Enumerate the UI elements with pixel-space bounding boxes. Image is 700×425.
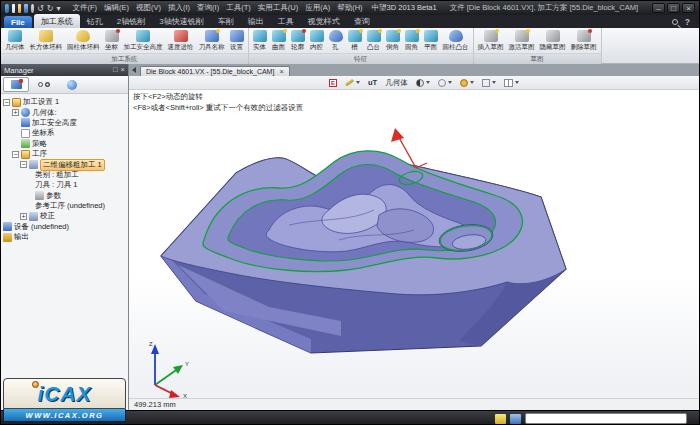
- tab-drilling[interactable]: 钻孔: [80, 14, 110, 28]
- maximize-button[interactable]: □: [667, 3, 680, 13]
- tree-item-params[interactable]: 参数: [1, 191, 128, 201]
- user-icon[interactable]: [31, 4, 34, 13]
- cavity-button[interactable]: 内腔: [308, 29, 326, 53]
- open-file-icon[interactable]: [18, 4, 21, 13]
- geometry-button[interactable]: 几何体: [3, 29, 27, 53]
- feed-speed-button[interactable]: 速度进给: [166, 29, 196, 53]
- cylinder-boss-button[interactable]: 圆柱凸台: [441, 29, 471, 53]
- tab-turning[interactable]: 车削: [211, 14, 241, 28]
- panel-close-icon[interactable]: ×: [121, 66, 125, 74]
- stock-box-button[interactable]: 长方体坯料: [28, 29, 65, 53]
- close-button[interactable]: ×: [682, 3, 695, 13]
- chevron-down-icon: [515, 81, 519, 84]
- tree-item-ref-op[interactable]: 参考工序 (undefined): [1, 201, 128, 211]
- tree-item-machine[interactable]: 设备 (undefined): [1, 222, 128, 232]
- window-layout-dropdown[interactable]: [504, 79, 519, 87]
- menu-inquire[interactable]: 查询(I): [194, 2, 222, 14]
- menu-view[interactable]: 视图(V): [133, 2, 164, 14]
- prompt-line-2: <F8>或者<Shift+roll> 重试下一个有效的过滤器设置: [133, 103, 303, 114]
- minimize-button[interactable]: –: [652, 3, 665, 13]
- tree-item-setup[interactable]: 加工设置 1: [1, 97, 128, 107]
- tree-item-tool[interactable]: 刀具 : 刀具 1: [1, 180, 128, 190]
- boss-button[interactable]: 凸台: [365, 29, 383, 53]
- cam-tree-icon: [11, 80, 22, 89]
- surface-button[interactable]: 曲面: [270, 29, 288, 53]
- collapse-icon[interactable]: [3, 99, 10, 106]
- expand-icon[interactable]: [12, 109, 19, 116]
- activate-sketch-icon: [515, 30, 529, 42]
- help-icon[interactable]: ?: [685, 18, 690, 26]
- tree-item-geometry[interactable]: 几何体:: [1, 107, 128, 117]
- insert-sketch-button[interactable]: 插入草图: [476, 29, 506, 53]
- sketch-edit-dropdown[interactable]: [345, 81, 360, 84]
- graphics-area[interactable]: 按下<F2>动态的旋转 <F8>或者<Shift+roll> 重试下一个有效的过…: [129, 90, 699, 398]
- fillet-button[interactable]: 圆角: [403, 29, 421, 53]
- frame-button[interactable]: 坐标: [103, 29, 121, 53]
- menu-edit[interactable]: 编辑(E): [101, 2, 132, 14]
- manager-tab-visualize[interactable]: [31, 77, 57, 92]
- solid-button[interactable]: 实体: [251, 29, 269, 53]
- command-input[interactable]: [525, 413, 687, 424]
- safe-height-button[interactable]: 加工安全高度: [122, 29, 165, 53]
- collapse-icon[interactable]: [20, 161, 27, 168]
- tab-3axis-quick-milling[interactable]: 3轴快速铣削: [152, 14, 210, 28]
- menu-utilities[interactable]: 实用工具(U): [255, 2, 301, 14]
- machine-icon: [3, 222, 12, 231]
- menu-help[interactable]: 帮助(H): [334, 2, 365, 14]
- chamfer-button[interactable]: 倒角: [384, 29, 402, 53]
- tab-file[interactable]: File: [4, 16, 32, 28]
- slot-button[interactable]: 槽: [346, 29, 364, 53]
- new-file-icon[interactable]: [12, 4, 15, 13]
- delete-sketch-button[interactable]: 删除草图: [569, 29, 599, 53]
- tab-2axis-milling[interactable]: 2轴铣削: [110, 14, 152, 28]
- tab-visual-style[interactable]: 视觉样式: [301, 14, 347, 28]
- geometry-filter-dropdown[interactable]: 几何体: [385, 78, 408, 88]
- manager-tab-cam[interactable]: [3, 77, 29, 92]
- collapse-icon[interactable]: [12, 151, 19, 158]
- redo-icon[interactable]: ↻: [47, 4, 54, 13]
- plane-display-dropdown[interactable]: [482, 79, 496, 87]
- tab-close-icon[interactable]: ×: [279, 68, 283, 75]
- circle-select-dropdown[interactable]: [438, 79, 452, 87]
- tab-machining-system[interactable]: 加工系统: [34, 14, 80, 28]
- tab-inquire[interactable]: 查询: [347, 14, 377, 28]
- tree-item-output[interactable]: 输出: [1, 232, 128, 242]
- stock-cylinder-button[interactable]: 圆柱体坯料: [65, 29, 102, 53]
- menu-insert[interactable]: 插入(I): [165, 2, 193, 14]
- activate-sketch-button[interactable]: 激活草图: [507, 29, 537, 53]
- manager-tab-world[interactable]: [59, 77, 85, 92]
- document-tab[interactable]: Die Block 4601.VX - [55.Die_block_CAM] ×: [140, 66, 290, 76]
- plane-button[interactable]: 平面: [422, 29, 440, 53]
- quick-access-dropdown-icon[interactable]: ▾: [56, 4, 60, 13]
- hide-sketch-button[interactable]: 隐藏草图: [538, 29, 568, 53]
- tab-nav-left-icon[interactable]: [132, 67, 136, 73]
- tree-item-safe-height[interactable]: 加工安全高度: [1, 118, 128, 128]
- expand-icon[interactable]: [20, 213, 27, 220]
- render-mode-dropdown[interactable]: [460, 79, 474, 87]
- shading-dropdown[interactable]: [416, 79, 430, 87]
- transform-icon[interactable]: uT: [368, 78, 377, 87]
- tree-item-correction[interactable]: 校正: [1, 211, 128, 221]
- session-log-icon[interactable]: [495, 414, 506, 424]
- panel-pin-icon[interactable]: □: [113, 66, 118, 74]
- tab-tools[interactable]: 工具: [271, 14, 301, 28]
- tree-item-op-2d-offset-rough[interactable]: 二维偏移粗加工 1: [1, 159, 128, 169]
- menu-file[interactable]: 文件(F): [69, 2, 100, 14]
- die-block-model[interactable]: Z Y X: [129, 90, 700, 398]
- menu-applications[interactable]: 应用(A): [302, 2, 333, 14]
- setup-button[interactable]: 设置: [228, 29, 246, 53]
- tab-output[interactable]: 输出: [241, 14, 271, 28]
- save-icon[interactable]: [24, 4, 27, 13]
- tree-item-operations[interactable]: 工序: [1, 149, 128, 159]
- tool-name-button[interactable]: 刀具名称: [197, 29, 227, 53]
- tree-item-category[interactable]: 类别 : 粗加工: [1, 170, 128, 180]
- undo-icon[interactable]: ↺: [37, 4, 44, 13]
- profile-button[interactable]: 轮廓: [289, 29, 307, 53]
- hole-button[interactable]: 孔: [327, 29, 345, 53]
- command-prompt-icon[interactable]: [510, 414, 521, 424]
- search-icon[interactable]: [672, 19, 678, 25]
- menu-tools[interactable]: 工具(T): [223, 2, 254, 14]
- tree-item-frame[interactable]: 坐标系: [1, 128, 128, 138]
- tree-item-strategy[interactable]: 策略: [1, 139, 128, 149]
- end-command-icon[interactable]: E: [329, 79, 337, 87]
